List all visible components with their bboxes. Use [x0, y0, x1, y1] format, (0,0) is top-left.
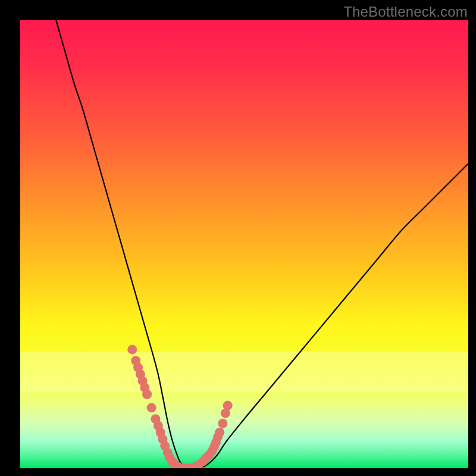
gradient-background [20, 20, 468, 468]
marker-dot [147, 403, 156, 412]
yellow-band [20, 352, 468, 392]
marker-dot [223, 401, 233, 411]
marker-dot [215, 428, 224, 437]
plot-area [20, 20, 468, 468]
marker-dot [142, 390, 152, 399]
watermark-text: TheBottleneck.com [343, 4, 468, 20]
marker-dot [218, 419, 227, 428]
marker-dot [127, 345, 137, 354]
chart-canvas [20, 20, 468, 468]
chart-outer-frame: TheBottleneck.com [0, 0, 476, 476]
